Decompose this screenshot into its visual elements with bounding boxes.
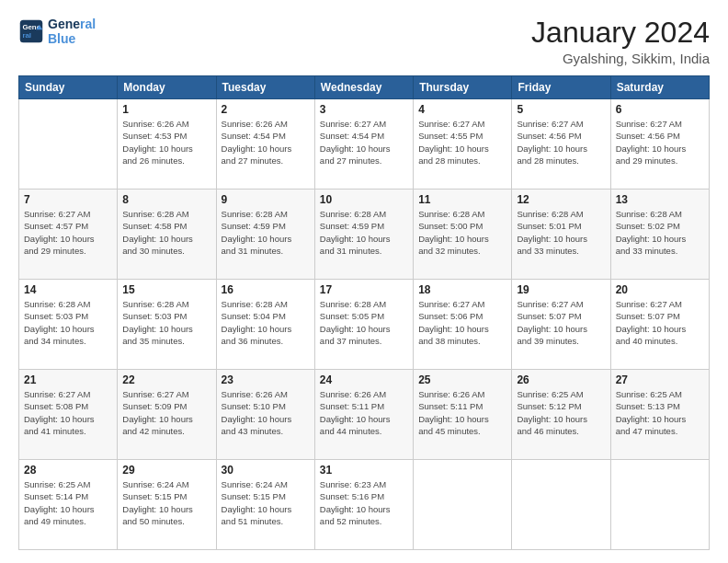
calendar-page: Gene ral General Blue January 2024 Gyals… bbox=[0, 0, 728, 563]
day-number: 26 bbox=[517, 373, 605, 386]
calendar-cell: 26Sunrise: 6:25 AMSunset: 5:12 PMDayligh… bbox=[512, 370, 610, 460]
calendar-cell: 27Sunrise: 6:25 AMSunset: 5:13 PMDayligh… bbox=[610, 370, 709, 460]
day-info: Sunrise: 6:28 AMSunset: 5:04 PMDaylight:… bbox=[222, 298, 310, 347]
day-number: 9 bbox=[222, 193, 310, 206]
calendar-cell: 14Sunrise: 6:28 AMSunset: 5:03 PMDayligh… bbox=[19, 280, 118, 370]
day-info: Sunrise: 6:27 AMSunset: 5:07 PMDaylight:… bbox=[616, 298, 704, 347]
location: Gyalshing, Sikkim, India bbox=[531, 51, 710, 66]
day-number: 5 bbox=[517, 103, 605, 116]
day-number: 30 bbox=[222, 464, 310, 477]
calendar-cell bbox=[19, 99, 118, 190]
calendar-week-5: 28Sunrise: 6:25 AMSunset: 5:14 PMDayligh… bbox=[19, 460, 710, 550]
day-number: 31 bbox=[320, 464, 408, 477]
day-info: Sunrise: 6:27 AMSunset: 4:56 PMDaylight:… bbox=[517, 118, 605, 167]
calendar-cell: 31Sunrise: 6:23 AMSunset: 5:16 PMDayligh… bbox=[314, 460, 413, 550]
day-info: Sunrise: 6:28 AMSunset: 4:59 PMDaylight:… bbox=[222, 208, 310, 257]
day-number: 27 bbox=[616, 373, 704, 386]
calendar-cell: 6Sunrise: 6:27 AMSunset: 4:56 PMDaylight… bbox=[610, 99, 709, 190]
day-info: Sunrise: 6:28 AMSunset: 5:01 PMDaylight:… bbox=[517, 208, 605, 257]
day-number: 1 bbox=[122, 103, 210, 116]
day-info: Sunrise: 6:26 AMSunset: 5:10 PMDaylight:… bbox=[222, 388, 310, 437]
calendar-cell: 8Sunrise: 6:28 AMSunset: 4:58 PMDaylight… bbox=[118, 190, 216, 280]
day-number: 13 bbox=[616, 193, 704, 206]
day-info: Sunrise: 6:25 AMSunset: 5:12 PMDaylight:… bbox=[517, 388, 605, 437]
day-number: 7 bbox=[24, 193, 112, 206]
day-info: Sunrise: 6:25 AMSunset: 5:13 PMDaylight:… bbox=[616, 388, 704, 437]
logo: Gene ral General Blue bbox=[18, 17, 96, 46]
day-info: Sunrise: 6:28 AMSunset: 5:03 PMDaylight:… bbox=[24, 298, 112, 347]
month-title: January 2024 bbox=[531, 17, 710, 49]
calendar-cell: 10Sunrise: 6:28 AMSunset: 4:59 PMDayligh… bbox=[314, 190, 413, 280]
calendar-week-4: 21Sunrise: 6:27 AMSunset: 5:08 PMDayligh… bbox=[19, 370, 710, 460]
weekday-header-saturday: Saturday bbox=[610, 76, 709, 99]
title-block: January 2024 Gyalshing, Sikkim, India bbox=[531, 17, 710, 66]
day-number: 17 bbox=[320, 283, 408, 296]
calendar-cell: 15Sunrise: 6:28 AMSunset: 5:03 PMDayligh… bbox=[118, 280, 216, 370]
day-number: 28 bbox=[24, 464, 112, 477]
weekday-header-row: SundayMondayTuesdayWednesdayThursdayFrid… bbox=[19, 76, 710, 99]
day-number: 3 bbox=[320, 103, 408, 116]
day-info: Sunrise: 6:26 AMSunset: 5:11 PMDaylight:… bbox=[320, 388, 408, 437]
calendar-table: SundayMondayTuesdayWednesdayThursdayFrid… bbox=[18, 75, 710, 550]
day-info: Sunrise: 6:28 AMSunset: 5:05 PMDaylight:… bbox=[320, 298, 408, 347]
day-info: Sunrise: 6:25 AMSunset: 5:14 PMDaylight:… bbox=[24, 478, 112, 527]
calendar-cell: 16Sunrise: 6:28 AMSunset: 5:04 PMDayligh… bbox=[216, 280, 314, 370]
day-number: 15 bbox=[122, 283, 210, 296]
calendar-cell: 19Sunrise: 6:27 AMSunset: 5:07 PMDayligh… bbox=[512, 280, 610, 370]
calendar-cell: 28Sunrise: 6:25 AMSunset: 5:14 PMDayligh… bbox=[19, 460, 118, 550]
calendar-cell: 9Sunrise: 6:28 AMSunset: 4:59 PMDaylight… bbox=[216, 190, 314, 280]
day-info: Sunrise: 6:28 AMSunset: 5:02 PMDaylight:… bbox=[616, 208, 704, 257]
calendar-cell: 12Sunrise: 6:28 AMSunset: 5:01 PMDayligh… bbox=[512, 190, 610, 280]
day-number: 23 bbox=[222, 373, 310, 386]
day-info: Sunrise: 6:26 AMSunset: 4:53 PMDaylight:… bbox=[122, 118, 210, 167]
day-info: Sunrise: 6:28 AMSunset: 5:00 PMDaylight:… bbox=[418, 208, 506, 257]
day-info: Sunrise: 6:26 AMSunset: 5:11 PMDaylight:… bbox=[418, 388, 506, 437]
day-info: Sunrise: 6:23 AMSunset: 5:16 PMDaylight:… bbox=[320, 478, 408, 527]
weekday-header-tuesday: Tuesday bbox=[216, 76, 314, 99]
day-number: 8 bbox=[122, 193, 210, 206]
day-info: Sunrise: 6:28 AMSunset: 5:03 PMDaylight:… bbox=[122, 298, 210, 347]
svg-text:ral: ral bbox=[22, 31, 31, 40]
day-info: Sunrise: 6:26 AMSunset: 4:54 PMDaylight:… bbox=[222, 118, 310, 167]
calendar-cell: 17Sunrise: 6:28 AMSunset: 5:05 PMDayligh… bbox=[314, 280, 413, 370]
logo-icon: Gene ral bbox=[18, 18, 44, 44]
day-info: Sunrise: 6:28 AMSunset: 4:58 PMDaylight:… bbox=[122, 208, 210, 257]
day-info: Sunrise: 6:27 AMSunset: 4:57 PMDaylight:… bbox=[24, 208, 112, 257]
calendar-cell: 22Sunrise: 6:27 AMSunset: 5:09 PMDayligh… bbox=[118, 370, 216, 460]
day-info: Sunrise: 6:27 AMSunset: 4:55 PMDaylight:… bbox=[418, 118, 506, 167]
day-info: Sunrise: 6:24 AMSunset: 5:15 PMDaylight:… bbox=[122, 478, 210, 527]
calendar-cell: 2Sunrise: 6:26 AMSunset: 4:54 PMDaylight… bbox=[216, 99, 314, 190]
calendar-cell: 29Sunrise: 6:24 AMSunset: 5:15 PMDayligh… bbox=[118, 460, 216, 550]
calendar-cell: 11Sunrise: 6:28 AMSunset: 5:00 PMDayligh… bbox=[414, 190, 512, 280]
calendar-cell: 23Sunrise: 6:26 AMSunset: 5:10 PMDayligh… bbox=[216, 370, 314, 460]
page-header: Gene ral General Blue January 2024 Gyals… bbox=[18, 17, 710, 66]
calendar-week-2: 7Sunrise: 6:27 AMSunset: 4:57 PMDaylight… bbox=[19, 190, 710, 280]
day-number: 16 bbox=[222, 283, 310, 296]
weekday-header-wednesday: Wednesday bbox=[314, 76, 413, 99]
day-info: Sunrise: 6:27 AMSunset: 4:56 PMDaylight:… bbox=[616, 118, 704, 167]
weekday-header-sunday: Sunday bbox=[19, 76, 118, 99]
day-number: 21 bbox=[24, 373, 112, 386]
calendar-cell bbox=[610, 460, 709, 550]
calendar-cell: 25Sunrise: 6:26 AMSunset: 5:11 PMDayligh… bbox=[414, 370, 512, 460]
day-info: Sunrise: 6:24 AMSunset: 5:15 PMDaylight:… bbox=[222, 478, 310, 527]
calendar-cell: 4Sunrise: 6:27 AMSunset: 4:55 PMDaylight… bbox=[414, 99, 512, 190]
day-number: 19 bbox=[517, 283, 605, 296]
calendar-cell: 20Sunrise: 6:27 AMSunset: 5:07 PMDayligh… bbox=[610, 280, 709, 370]
day-number: 25 bbox=[418, 373, 506, 386]
day-info: Sunrise: 6:27 AMSunset: 5:08 PMDaylight:… bbox=[24, 388, 112, 437]
day-number: 20 bbox=[616, 283, 704, 296]
day-info: Sunrise: 6:28 AMSunset: 4:59 PMDaylight:… bbox=[320, 208, 408, 257]
day-number: 6 bbox=[616, 103, 704, 116]
day-number: 22 bbox=[122, 373, 210, 386]
calendar-cell: 7Sunrise: 6:27 AMSunset: 4:57 PMDaylight… bbox=[19, 190, 118, 280]
weekday-header-thursday: Thursday bbox=[414, 76, 512, 99]
calendar-cell: 5Sunrise: 6:27 AMSunset: 4:56 PMDaylight… bbox=[512, 99, 610, 190]
calendar-cell: 21Sunrise: 6:27 AMSunset: 5:08 PMDayligh… bbox=[19, 370, 118, 460]
day-info: Sunrise: 6:27 AMSunset: 5:09 PMDaylight:… bbox=[122, 388, 210, 437]
day-info: Sunrise: 6:27 AMSunset: 4:54 PMDaylight:… bbox=[320, 118, 408, 167]
calendar-cell bbox=[512, 460, 610, 550]
day-number: 29 bbox=[122, 464, 210, 477]
day-number: 14 bbox=[24, 283, 112, 296]
day-number: 12 bbox=[517, 193, 605, 206]
